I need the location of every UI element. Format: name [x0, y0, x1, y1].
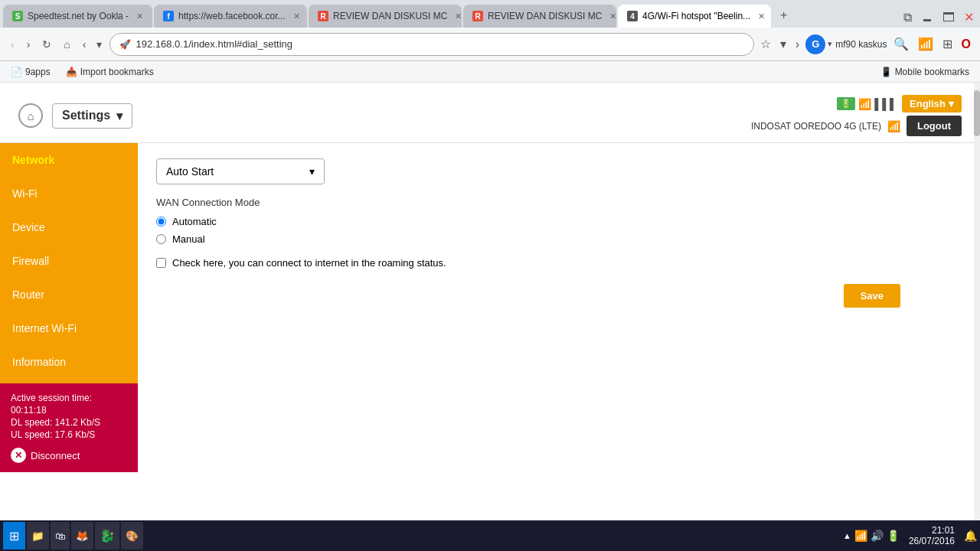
disconnect-label: Disconnect: [31, 450, 80, 461]
back-button[interactable]: ‹: [6, 35, 19, 54]
reload-button[interactable]: ↻: [38, 35, 56, 54]
radio-automatic-input[interactable]: [156, 217, 166, 227]
taskbar-app-ucbrowser[interactable]: 🐉: [95, 522, 119, 549]
new-tab-button[interactable]: +: [773, 5, 795, 25]
wan-mode-arrow: ▾: [309, 165, 315, 178]
router-header-right: 🔋 📶 ▌▌▌ English ▾ INDOSAT OOREDOO 4G (LT…: [751, 95, 962, 136]
disconnect-button[interactable]: ✕ Disconnect: [11, 448, 127, 463]
forward-nav-button[interactable]: ›: [792, 34, 802, 54]
tab-favicon-facebook: f: [163, 11, 174, 21]
history-back-button[interactable]: ‹: [78, 35, 91, 54]
content-area: Auto Start ▾ WAN Connection Mode Automat…: [138, 143, 980, 472]
profile-name: mf90 kaskus: [835, 39, 887, 50]
bookmark-import-icon: 📥: [66, 67, 77, 77]
settings-label: Settings: [62, 109, 110, 122]
tray-arrow-button[interactable]: ▲: [843, 531, 851, 540]
address-favicon: 🚀: [119, 39, 131, 50]
clock-date: 26/07/2016: [909, 536, 955, 546]
taskbar-notification-icon[interactable]: 🔔: [964, 530, 977, 542]
router-home-button[interactable]: ⌂: [18, 103, 43, 128]
taskbar-app-store[interactable]: 🛍: [51, 522, 70, 549]
wan-mode-value: Auto Start: [166, 165, 214, 178]
tab-favicon-router: 4: [627, 11, 638, 21]
session-title: Active session time:: [11, 393, 127, 403]
save-button[interactable]: Save: [844, 284, 900, 308]
tab-favicon-review1: R: [318, 11, 328, 21]
maximize-window-button[interactable]: 🗖: [939, 8, 958, 28]
settings-dropdown[interactable]: Settings ▾: [52, 103, 132, 129]
tab-close-speedtest[interactable]: ✕: [136, 11, 143, 21]
tab-speedtest[interactable]: S Speedtest.net by Ookla - ✕: [3, 5, 152, 28]
tab-close-facebook[interactable]: ✕: [293, 11, 300, 21]
operator-info: INDOSAT OOREDOO 4G (LTE): [751, 121, 881, 132]
bookmark-down-button[interactable]: ▾: [777, 34, 789, 54]
forward-button[interactable]: ›: [22, 35, 35, 54]
sidebar-item-device[interactable]: Device: [0, 210, 138, 244]
bookmark-import[interactable]: 📥 Import bookmarks: [61, 65, 158, 79]
tab-title-review1: REVIEW DAN DISKUSI MC: [333, 11, 447, 21]
taskbar-battery-icon: 🔋: [887, 530, 900, 542]
scrollbar[interactable]: [974, 83, 980, 520]
page-content: ⌂ Settings ▾ 🔋 📶 ▌▌▌: [0, 83, 980, 520]
sidebar-item-firewall[interactable]: Firewall: [0, 244, 138, 278]
tab-close-review1[interactable]: ✕: [455, 11, 462, 21]
taskbar-app-firefox[interactable]: 🦊: [71, 522, 93, 549]
taskbar-volume-icon: 🔊: [871, 530, 884, 542]
taskbar-app-file-manager[interactable]: 📁: [27, 522, 49, 549]
wifi-button[interactable]: 📶: [915, 34, 936, 54]
language-button[interactable]: English ▾: [902, 95, 962, 112]
home-button[interactable]: ⌂: [59, 35, 74, 54]
roaming-checkbox[interactable]: [156, 258, 166, 268]
bookmark-star-button[interactable]: ☆: [757, 34, 774, 54]
radio-group: Automatic Manual: [156, 216, 962, 245]
minimize-window-button[interactable]: 🗕: [918, 8, 936, 28]
tab-router[interactable]: 4 4G/Wi-Fi hotspot "Beelin... ✕: [618, 5, 771, 28]
profile-avatar: G: [805, 34, 825, 54]
opera-button[interactable]: O: [959, 34, 974, 54]
sidebar-session: Active session time: 00:11:18 DL speed: …: [0, 383, 138, 472]
bookmark-mobile[interactable]: 📱 Mobile bookmarks: [876, 65, 974, 79]
radio-automatic-label: Automatic: [172, 216, 217, 227]
tab-close-router[interactable]: ✕: [758, 11, 765, 21]
search-button[interactable]: 🔍: [890, 34, 912, 54]
grid-button[interactable]: ⊞: [939, 34, 956, 54]
bookmarks-bar: 📄 9apps 📥 Import bookmarks 📱 Mobile book…: [0, 61, 980, 83]
taskbar-right: ▲ 📶 🔊 🔋 21:01 26/07/2016 🔔: [843, 525, 977, 546]
taskbar-network-icon: 📶: [854, 530, 867, 542]
tab-title-facebook: https://web.facebook.cor...: [178, 11, 285, 21]
taskbar-clock: 21:01 26/07/2016: [903, 525, 961, 546]
bookmark-import-label: Import bookmarks: [80, 67, 154, 77]
browser-window: S Speedtest.net by Ookla - ✕ f https://w…: [0, 0, 980, 551]
radio-manual-input[interactable]: [156, 234, 166, 244]
sidebar-item-information[interactable]: Information: [0, 345, 138, 379]
radio-manual[interactable]: Manual: [156, 233, 962, 245]
profile-button[interactable]: G ▾: [805, 34, 832, 54]
taskbar-app-paint[interactable]: 🎨: [121, 522, 143, 549]
tab-favicon-review2: R: [472, 11, 483, 21]
language-dropdown-arrow: ▾: [949, 98, 954, 109]
tab-facebook[interactable]: f https://web.facebook.cor... ✕: [154, 5, 307, 28]
tab-close-review2[interactable]: ✕: [609, 11, 616, 21]
history-dropdown-button[interactable]: ▾: [92, 35, 106, 54]
start-button[interactable]: ⊞: [3, 522, 25, 549]
scrollbar-thumb[interactable]: [974, 90, 980, 136]
radio-automatic[interactable]: Automatic: [156, 216, 962, 227]
sidebar-item-internet-wifi[interactable]: Internet Wi-Fi: [0, 311, 138, 345]
roaming-checkbox-item[interactable]: Check here, you can connect to internet …: [156, 257, 962, 269]
logout-button[interactable]: Logout: [906, 116, 962, 136]
sidebar-item-router[interactable]: Router: [0, 278, 138, 311]
address-bar-row: ‹ › ↻ ⌂ ‹ ▾ 🚀 192.168.0.1/index.html#dia…: [0, 28, 980, 61]
wan-mode-dropdown[interactable]: Auto Start ▾: [156, 158, 325, 184]
address-text: 192.168.0.1/index.html#dial_setting: [136, 38, 743, 50]
session-time: 00:11:18: [11, 405, 127, 416]
close-window-button[interactable]: ✕: [961, 7, 977, 28]
sidebar-menu: Network Wi-Fi Device Firewall Router Int…: [0, 143, 138, 383]
tab-review1[interactable]: R REVIEW DAN DISKUSI MC ✕: [309, 5, 462, 28]
sidebar-item-network[interactable]: Network: [0, 143, 138, 177]
bookmark-9apps[interactable]: 📄 9apps: [6, 65, 55, 79]
sidebar-item-wifi[interactable]: Wi-Fi: [0, 177, 138, 210]
bookmark-mobile-icon: 📱: [880, 67, 892, 77]
address-box[interactable]: 🚀 192.168.0.1/index.html#dial_setting: [109, 33, 753, 56]
tab-review2[interactable]: R REVIEW DAN DISKUSI MC ✕: [463, 5, 616, 28]
restore-window-button[interactable]: ⧉: [900, 8, 915, 28]
